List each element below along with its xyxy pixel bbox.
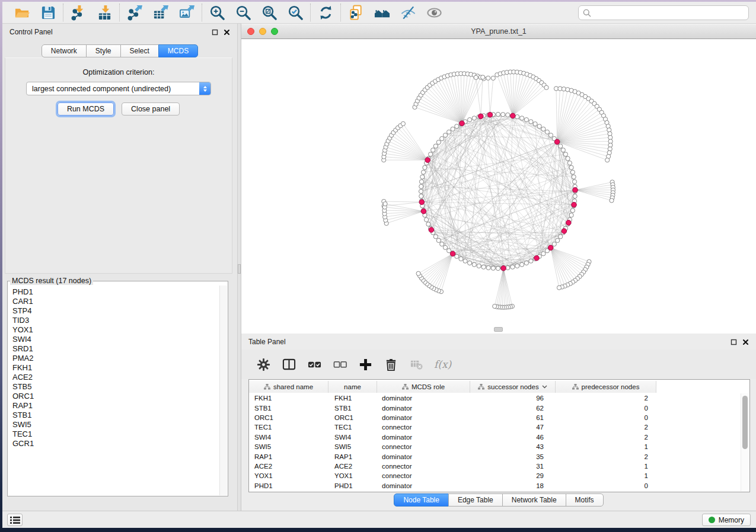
table-cell[interactable]: 47 (470, 424, 556, 431)
result-node-item[interactable]: CAR1 (12, 297, 219, 306)
import-table-button[interactable] (95, 4, 113, 21)
table-row[interactable]: ACE2ACE2connector311 (249, 462, 741, 471)
table-cell[interactable]: 1 (556, 463, 656, 470)
table-cell[interactable]: dominator (377, 414, 470, 421)
column-header-successor-nodes[interactable]: successor nodes (470, 381, 556, 393)
table-cell[interactable]: FKH1 (249, 395, 328, 402)
table-cell[interactable]: TEC1 (249, 424, 328, 431)
table-cell[interactable]: connector (377, 424, 470, 431)
tab-select[interactable]: Select (120, 44, 159, 57)
zoom-selected-button[interactable] (286, 4, 304, 21)
result-node-item[interactable]: PMA2 (12, 354, 219, 363)
table-cell[interactable]: 2 (556, 434, 656, 441)
save-session-button[interactable] (39, 4, 57, 21)
table-cell[interactable]: 62 (470, 405, 556, 412)
table-cell[interactable]: dominator (377, 453, 470, 460)
close-panel-button[interactable] (222, 27, 231, 37)
column-header-shared-name[interactable]: shared name (249, 381, 328, 393)
table-cell[interactable]: 2 (556, 453, 656, 460)
table-cell[interactable]: 1 (556, 472, 656, 479)
column-header-predecessor-nodes[interactable]: predecessor nodes (556, 381, 656, 393)
table-cell[interactable]: 61 (470, 414, 556, 421)
table-cell[interactable]: PHD1 (328, 482, 377, 489)
table-row[interactable]: YOX1YOX1connector291 (249, 471, 741, 480)
table-cell[interactable]: STB1 (249, 405, 328, 412)
result-node-item[interactable]: ORC1 (12, 392, 219, 401)
splitter-handle[interactable] (238, 264, 241, 274)
select-all-button[interactable] (307, 357, 322, 372)
result-node-item[interactable]: TID3 (12, 316, 219, 325)
show-all-button[interactable] (425, 4, 443, 21)
table-row[interactable]: SWI4SWI4dominator462 (249, 432, 741, 442)
table-cell[interactable]: YOX1 (328, 472, 377, 479)
close-panel-action-button[interactable]: Close panel (122, 102, 180, 116)
table-cell[interactable]: dominator (377, 434, 470, 441)
table-cell[interactable]: SWI4 (328, 434, 377, 441)
table-cell[interactable]: ORC1 (328, 414, 377, 421)
export-image-button[interactable] (178, 4, 196, 21)
close-table-panel-button[interactable] (741, 337, 750, 347)
result-list-scrollbar[interactable] (219, 286, 227, 495)
table-cell[interactable]: 31 (470, 463, 556, 470)
table-cell[interactable]: 0 (556, 482, 656, 489)
criterion-select[interactable]: largest connected component (undirected) (26, 82, 211, 95)
zoom-fit-button[interactable] (260, 4, 278, 21)
table-cell[interactable]: SWI4 (249, 434, 328, 441)
horizontal-splitter-handle[interactable] (494, 327, 503, 332)
export-network-button[interactable] (126, 4, 143, 21)
table-cell[interactable]: 1 (556, 443, 656, 450)
add-row-button[interactable] (358, 357, 373, 372)
table-row[interactable]: ORC1ORC1dominator610 (249, 413, 741, 422)
table-row[interactable]: SWI5SWI5connector431 (249, 442, 741, 451)
table-cell[interactable]: ACE2 (328, 463, 377, 470)
clone-network-button[interactable] (347, 4, 365, 21)
table-row[interactable]: TEC1TEC1connector472 (249, 422, 741, 432)
result-node-item[interactable]: FKH1 (12, 363, 219, 373)
table-cell[interactable]: 46 (470, 434, 556, 441)
table-cell[interactable]: 0 (556, 405, 656, 412)
table-cell[interactable]: dominator (377, 482, 470, 489)
result-node-item[interactable]: STB5 (12, 382, 219, 392)
tab-motifs[interactable]: Motifs (566, 493, 604, 507)
table-cell[interactable]: 96 (470, 395, 556, 402)
result-node-item[interactable]: TEC1 (12, 430, 219, 439)
tab-network[interactable]: Network (42, 44, 87, 57)
import-network-button[interactable] (69, 4, 87, 21)
table-row[interactable]: STB1STB1dominator620 (249, 403, 741, 412)
table-row[interactable]: PHD1PHD1dominator180 (249, 481, 741, 491)
result-node-item[interactable]: SWI4 (12, 335, 219, 344)
table-row[interactable]: RAP1RAP1dominator352 (249, 451, 741, 461)
table-cell[interactable]: STB1 (328, 405, 377, 412)
open-session-button[interactable] (13, 4, 31, 21)
table-cell[interactable]: 35 (470, 453, 556, 460)
zoom-out-button[interactable] (234, 4, 252, 21)
result-node-item[interactable]: YOX1 (12, 325, 219, 335)
column-header-name[interactable]: name (328, 381, 377, 393)
table-cell[interactable]: FKH1 (328, 395, 377, 402)
table-mode-button[interactable] (7, 514, 23, 526)
table-cell[interactable]: dominator (377, 395, 470, 402)
tab-mcds[interactable]: MCDS (158, 44, 198, 57)
tab-node-table[interactable]: Node Table (394, 493, 449, 507)
apply-layout-button[interactable] (317, 4, 334, 21)
table-cell[interactable]: ACE2 (249, 463, 328, 470)
tab-network-table[interactable]: Network Table (502, 493, 566, 507)
table-cell[interactable]: 29 (470, 472, 556, 479)
result-node-item[interactable]: SRD1 (12, 344, 219, 354)
table-scrollbar-thumb[interactable] (742, 396, 748, 449)
result-node-item[interactable]: ACE2 (12, 373, 219, 382)
result-node-item[interactable]: RAP1 (12, 401, 219, 411)
result-node-item[interactable]: SWI5 (12, 420, 219, 430)
table-cell[interactable]: connector (377, 443, 470, 450)
split-columns-button[interactable] (281, 357, 296, 372)
result-node-item[interactable]: GCR1 (12, 439, 219, 448)
table-row[interactable]: FKH1FKH1dominator962 (249, 393, 741, 403)
float-panel-button[interactable] (210, 27, 219, 37)
table-cell[interactable]: connector (377, 472, 470, 479)
column-header-MCDS-role[interactable]: MCDS role (377, 381, 470, 393)
table-cell[interactable]: SWI5 (328, 443, 377, 450)
table-cell[interactable]: RAP1 (249, 453, 328, 460)
network-graph[interactable] (241, 39, 756, 334)
table-cell[interactable]: SWI5 (249, 443, 328, 450)
delete-row-button[interactable] (383, 357, 398, 372)
